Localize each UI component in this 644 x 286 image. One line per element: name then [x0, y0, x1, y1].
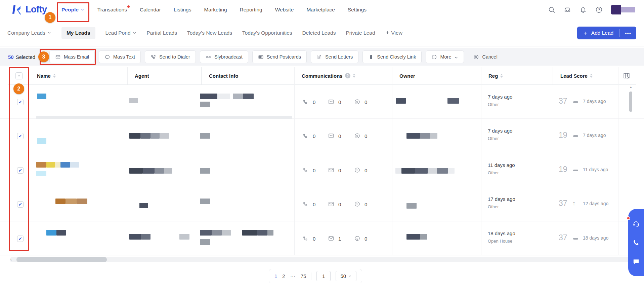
message-icon[interactable]: [632, 258, 640, 265]
nav-item-listings[interactable]: Listings: [174, 7, 191, 13]
lead-row-2[interactable]: ✔0007 days agoOther197 days ago: [0, 119, 644, 153]
vertical-scroll-up-arrow[interactable]: ▲: [629, 85, 633, 89]
reg-date: 7 days ago: [488, 94, 512, 100]
grid-edit-icon[interactable]: [623, 72, 630, 79]
chat-sm-icon: [354, 235, 360, 242]
row-checkbox[interactable]: ✔: [17, 236, 24, 242]
support-chat-icon[interactable]: [632, 220, 640, 228]
selected-count-label: 50Selected: [8, 54, 35, 60]
lofty-logo[interactable]: Lofty: [11, 4, 47, 15]
redacted-data-block: [395, 168, 401, 174]
slybroadcast-button[interactable]: Slybroadcast: [200, 50, 248, 63]
sort-carets[interactable]: [500, 74, 503, 78]
add-lead-more-button[interactable]: •••: [620, 27, 636, 39]
view-tab-view[interactable]: View: [385, 30, 402, 36]
button-label: Mass Email: [64, 54, 89, 60]
horizontal-scrollbar-thumb[interactable]: [16, 257, 107, 262]
add-lead-main[interactable]: Add Lead: [577, 27, 619, 39]
mass-text-button[interactable]: Mass Text: [99, 50, 141, 63]
lead-row-3[interactable]: ✔00011 days agoOther1911 days ago: [0, 153, 644, 187]
vertical-scrollbar[interactable]: [629, 92, 632, 112]
nav-item-calendar[interactable]: Calendar: [140, 7, 161, 13]
view-tab-lead-pond[interactable]: Lead Pond: [105, 30, 137, 36]
send-closely-link-button[interactable]: Send Closely Link: [362, 50, 422, 63]
horizontal-scrollbar-track[interactable]: [10, 257, 635, 262]
nav-item-people[interactable]: People1: [61, 7, 85, 13]
more-button[interactable]: More: [426, 50, 464, 63]
add-lead-button[interactable]: Add Lead •••: [577, 27, 636, 39]
view-tab-partial-leads[interactable]: Partial Leads: [147, 30, 177, 36]
phone-sm-icon: [302, 133, 309, 139]
redacted-data-block: [200, 168, 210, 174]
nav-item-website[interactable]: Website: [275, 7, 294, 13]
lead-row-1[interactable]: ✔0007 days agoOther377 days ago: [0, 85, 644, 119]
column-header-contact-info: Contact Info: [202, 67, 294, 84]
cancel-button[interactable]: Cancel: [468, 50, 503, 63]
lead-row-4[interactable]: ✔00017 days agoOther37↑12 days ago: [0, 187, 644, 221]
nav-item-marketing[interactable]: Marketing: [204, 7, 227, 13]
column-header-communications[interactable]: Communications?: [294, 67, 392, 84]
sort-carets[interactable]: [53, 74, 56, 78]
redacted-data-block: [212, 230, 222, 236]
page-size-value: 50: [341, 273, 346, 279]
view-tab-label: Today's New Leads: [187, 30, 232, 36]
user-avatar[interactable]: [611, 5, 635, 14]
header-column-divider: [127, 67, 128, 84]
chevron-icon: [80, 7, 85, 12]
page-button-2[interactable]: 2: [282, 273, 285, 279]
view-tab-today-s-opportunities[interactable]: Today's Opportunities: [242, 30, 292, 36]
nav-item-marketplace[interactable]: Marketplace: [306, 7, 335, 13]
sort-carets[interactable]: [590, 74, 593, 78]
nav-item-settings[interactable]: Settings: [348, 7, 367, 13]
column-header-name[interactable]: Name: [30, 67, 127, 84]
send-postcards-button[interactable]: Send Postcards: [252, 50, 307, 63]
nav-item-transactions[interactable]: Transactions: [97, 7, 127, 13]
lofty-logo-text: Lofty: [26, 4, 47, 15]
page-size-select[interactable]: 50: [336, 271, 356, 281]
row-checkbox[interactable]: ✔: [17, 99, 24, 105]
texts-count: 0: [364, 133, 367, 139]
page-jump-input[interactable]: [316, 271, 331, 281]
trend-flat-icon: [573, 101, 578, 103]
send-letters-button[interactable]: Send Letters: [311, 50, 358, 63]
nav-right-icons: ?: [548, 0, 635, 19]
column-header-lead-score[interactable]: Lead Score: [553, 67, 618, 84]
plus-icon: [385, 31, 390, 35]
row-checkbox[interactable]: ✔: [17, 133, 24, 139]
reg-date: 17 days ago: [488, 196, 515, 202]
nav-item-reporting[interactable]: Reporting: [240, 7, 262, 13]
redacted-data-block: [37, 94, 46, 99]
page-button-75[interactable]: 75: [301, 273, 306, 279]
header-column-divider: [202, 67, 202, 84]
column-header-reg[interactable]: Reg: [481, 67, 553, 84]
phone-icon[interactable]: [632, 239, 640, 247]
redacted-data-block: [447, 98, 459, 104]
send-to-dialer-button[interactable]: Send to Dialer: [145, 50, 196, 63]
row-checkbox[interactable]: ✔: [17, 201, 24, 208]
redacted-data-block: [420, 234, 427, 240]
mass-email-button[interactable]: Mass Email3: [49, 50, 95, 63]
inbox-icon[interactable]: [564, 6, 571, 13]
sort-carets[interactable]: [353, 74, 355, 78]
view-tab-deleted-leads[interactable]: Deleted Leads: [302, 30, 336, 36]
view-tab-private-lead[interactable]: Private Lead: [346, 30, 375, 36]
view-tab-company-leads[interactable]: Company Leads: [7, 30, 51, 36]
phone-sm-icon: [302, 201, 309, 207]
lead-row-5[interactable]: ✔01018 days agoOpen House3718 days ago: [0, 221, 644, 255]
help-icon[interactable]: ?: [345, 73, 350, 78]
page-button-1[interactable]: 1: [274, 273, 277, 279]
view-tab-today-s-new-leads[interactable]: Today's New Leads: [187, 30, 232, 36]
emails-count: 0: [338, 99, 341, 105]
view-tab-my-leads[interactable]: My Leads: [61, 27, 95, 39]
scroll-left-arrow[interactable]: ‹: [10, 257, 12, 262]
search-icon[interactable]: [548, 6, 555, 13]
redacted-data-block: [70, 162, 79, 168]
lead-score-value: 37: [559, 97, 567, 106]
help-icon[interactable]: ?: [595, 6, 603, 13]
row-checkbox[interactable]: ✔: [17, 167, 24, 174]
select-all-header[interactable]: [8, 67, 30, 84]
view-tab-label: Company Leads: [7, 30, 45, 36]
select-all-dropdown[interactable]: [15, 72, 23, 79]
column-settings-header[interactable]: [618, 67, 635, 84]
notifications-icon[interactable]: [579, 6, 587, 13]
